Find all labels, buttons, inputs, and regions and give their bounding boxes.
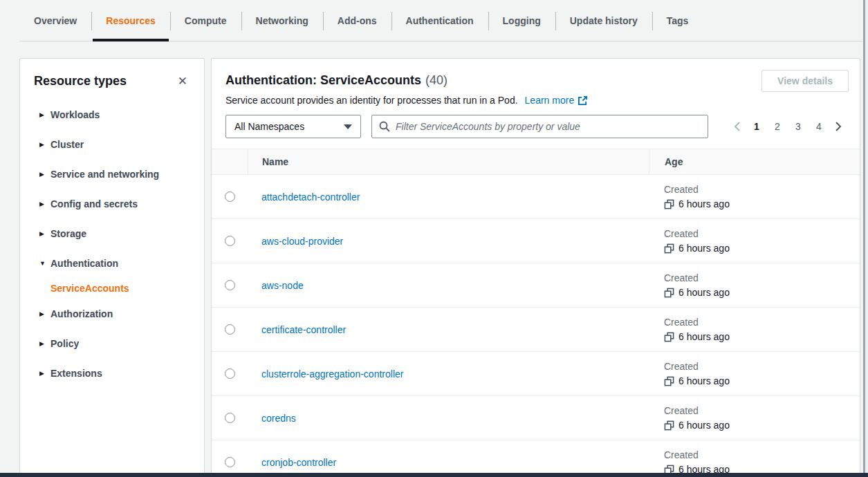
tab-tags[interactable]: Tags: [652, 0, 703, 41]
serviceaccount-link[interactable]: coredns: [261, 413, 296, 424]
chevron-right-icon: [835, 121, 842, 132]
view-details-button[interactable]: View details: [761, 70, 849, 92]
sidebar-item-authorization[interactable]: ▶ Authorization: [34, 299, 190, 328]
tab-update-history[interactable]: Update history: [555, 0, 652, 41]
serviceaccounts-table: Name Age attachdetach-controller Created…: [212, 149, 860, 477]
filter-search: [371, 115, 708, 138]
next-page-button[interactable]: [831, 118, 846, 135]
bottom-bar: [0, 473, 868, 477]
resource-types-tree: ▶ Workloads ▶ Cluster ▶ Service and netw…: [34, 100, 190, 388]
age-value: 6 hours ago: [678, 375, 730, 386]
table-row: cronjob-controller Created 6 hours ago: [212, 440, 860, 477]
table-row: attachdetach-controller Created 6 hours …: [212, 175, 860, 219]
search-icon: [379, 121, 390, 132]
sidebar-item-label: Config and secrets: [50, 198, 138, 209]
learn-more-link[interactable]: Learn more: [525, 95, 589, 106]
caret-right-icon: ▶: [39, 111, 46, 118]
page-title: Authentication: ServiceAccounts(40): [225, 71, 447, 89]
sidebar-item-serviceaccounts[interactable]: ServiceAccounts: [34, 278, 190, 299]
created-label: Created: [664, 449, 860, 460]
close-icon[interactable]: ✕: [175, 74, 190, 88]
sidebar-item-label: Authorization: [50, 308, 113, 319]
age-value: 6 hours ago: [678, 420, 730, 431]
table-header: Name Age: [212, 149, 860, 175]
tab-add-ons[interactable]: Add-ons: [323, 0, 391, 41]
created-label: Created: [664, 405, 860, 416]
tab-authentication[interactable]: Authentication: [391, 0, 488, 41]
sidebar-item-policy[interactable]: ▶ Policy: [34, 328, 190, 358]
tab-resources[interactable]: Resources: [91, 0, 170, 41]
row-radio[interactable]: [225, 280, 235, 290]
external-link-icon: [578, 95, 588, 106]
age-value: 6 hours ago: [678, 287, 730, 298]
sidebar-item-workloads[interactable]: ▶ Workloads: [34, 100, 190, 129]
created-label: Created: [664, 184, 860, 195]
copy-icon[interactable]: [664, 288, 674, 298]
tab-networking[interactable]: Networking: [241, 0, 323, 41]
cluster-tab-bar: Overview Resources Compute Networking Ad…: [19, 0, 868, 41]
sidebar-item-label: Policy: [50, 338, 79, 349]
sidebar-item-authentication[interactable]: ▼ Authentication: [34, 248, 190, 278]
table-row: aws-node Created 6 hours ago: [212, 263, 860, 308]
resource-types-panel: Resource types ✕ ▶ Workloads ▶ Cluster ▶…: [19, 58, 205, 477]
caret-right-icon: ▶: [39, 200, 46, 207]
row-radio[interactable]: [225, 236, 235, 246]
serviceaccounts-panel: View details Authentication: ServiceAcco…: [211, 58, 860, 477]
caret-right-icon: ▶: [39, 310, 46, 317]
age-value: 6 hours ago: [678, 243, 730, 254]
tab-logging[interactable]: Logging: [488, 0, 555, 41]
copy-icon[interactable]: [664, 332, 674, 342]
serviceaccount-link[interactable]: clusterrole-aggregation-controller: [261, 368, 403, 380]
page-number-1[interactable]: 1: [748, 118, 766, 135]
caret-right-icon: ▶: [39, 230, 46, 237]
tab-compute[interactable]: Compute: [170, 0, 241, 41]
row-radio[interactable]: [225, 368, 235, 379]
table-row: aws-cloud-provider Created 6 hours ago: [212, 219, 860, 263]
created-label: Created: [664, 317, 860, 328]
scrollbar[interactable]: [862, 0, 868, 477]
pagination: 1 2 3 4: [730, 118, 846, 135]
serviceaccount-link[interactable]: aws-node: [261, 280, 304, 291]
page-number-4[interactable]: 4: [810, 118, 828, 135]
column-header-age: Age: [649, 149, 860, 174]
sidebar-item-label: Storage: [50, 228, 86, 239]
sidebar-item-extensions[interactable]: ▶ Extensions: [34, 358, 190, 388]
age-value: 6 hours ago: [678, 331, 730, 342]
namespace-dropdown[interactable]: All Namespaces: [225, 115, 361, 138]
serviceaccount-link[interactable]: cronjob-controller: [261, 457, 336, 468]
learn-more-label: Learn more: [525, 95, 575, 106]
created-label: Created: [664, 228, 860, 239]
page-title-text: Authentication: ServiceAccounts: [225, 73, 421, 87]
resource-types-title: Resource types: [34, 74, 127, 88]
copy-icon[interactable]: [664, 376, 674, 386]
created-label: Created: [664, 361, 860, 372]
sidebar-item-service-and-networking[interactable]: ▶ Service and networking: [34, 159, 190, 189]
copy-icon[interactable]: [664, 243, 674, 254]
sidebar-item-label: Cluster: [50, 139, 84, 150]
page-number-2[interactable]: 2: [768, 118, 786, 135]
scrollbar-thumb[interactable]: [863, 0, 865, 477]
resource-count: (40): [425, 73, 447, 87]
previous-page-button[interactable]: [730, 118, 745, 135]
sidebar-item-label: Extensions: [50, 368, 102, 379]
serviceaccount-link[interactable]: aws-cloud-provider: [261, 236, 343, 247]
sidebar-item-label: Workloads: [50, 109, 100, 120]
row-radio[interactable]: [225, 191, 235, 202]
sidebar-item-config-and-secrets[interactable]: ▶ Config and secrets: [34, 189, 190, 218]
sidebar-item-label: Authentication: [50, 258, 118, 269]
sidebar-item-cluster[interactable]: ▶ Cluster: [34, 129, 190, 159]
serviceaccount-link[interactable]: attachdetach-controller: [261, 191, 360, 203]
page-number-3[interactable]: 3: [789, 118, 807, 135]
row-radio[interactable]: [225, 457, 235, 467]
table-row: certificate-controller Created 6 hours a…: [212, 308, 860, 352]
tab-overview[interactable]: Overview: [19, 0, 91, 41]
search-input[interactable]: [396, 121, 701, 132]
sidebar-item-storage[interactable]: ▶ Storage: [34, 218, 190, 248]
chevron-down-icon: [344, 124, 352, 129]
copy-icon[interactable]: [664, 420, 674, 431]
row-radio[interactable]: [225, 324, 235, 335]
panel-description: Service account provides an identity for…: [225, 95, 518, 106]
row-radio[interactable]: [225, 413, 235, 423]
serviceaccount-link[interactable]: certificate-controller: [261, 324, 346, 335]
copy-icon[interactable]: [664, 199, 674, 209]
